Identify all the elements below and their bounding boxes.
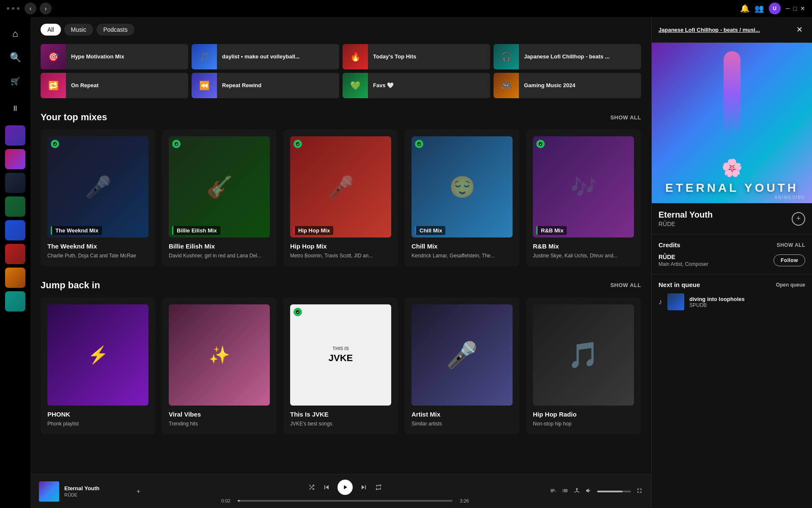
jump-back-show-all[interactable]: Show all <box>610 282 641 288</box>
card-viral-image: ✨ <box>169 304 270 406</box>
sidebar-item-search[interactable]: 🔍 <box>5 47 25 68</box>
filter-tab-podcasts[interactable]: Podcasts <box>96 24 134 36</box>
sidebar-item-library[interactable]: 🛒 <box>5 71 25 91</box>
card-jvke[interactable]: THIS IS JVKE This Is JVKE JVKE's best so… <box>283 298 398 434</box>
add-to-library-button[interactable]: + <box>792 212 805 226</box>
play-button[interactable] <box>337 480 353 495</box>
shuffle-button[interactable] <box>308 483 315 491</box>
quick-item-4[interactable]: 🔁 On Repeat <box>41 73 188 98</box>
card-jvke-title: This Is JVKE <box>290 411 391 418</box>
sidebar-item-home[interactable]: ⌂ <box>5 24 25 44</box>
card-weeknd-title: The Weeknd Mix <box>47 243 148 250</box>
filter-tab-all[interactable]: All <box>41 24 61 36</box>
card-chill-image-wrap: 😌 Chill Mix <box>411 136 513 237</box>
album-art: 🌸 ETERNAL YOUTH ANIMEVIBE <box>652 43 812 203</box>
card-hiphop-label: Hip Hop Mix <box>294 226 333 235</box>
next-button[interactable] <box>359 483 368 491</box>
quick-item-7[interactable]: 🎮 Gaming Music 2024 <box>494 73 641 98</box>
quick-item-3[interactable]: 🎧 Japanese Lofi Chillhop - beats ... <box>494 44 641 69</box>
sidebar-playlist-6[interactable] <box>5 244 25 264</box>
card-weeknd-label: The Weeknd Mix <box>51 226 102 235</box>
card-phonk-title: PHONK <box>47 411 148 418</box>
credits-show-all-button[interactable]: Show all <box>776 242 805 248</box>
quick-item-0[interactable]: 🎯 Hype Motivation Mix <box>41 44 188 69</box>
filter-tabs: All Music Podcasts <box>41 24 641 36</box>
quick-item-thumb-0: 🎯 <box>41 44 66 69</box>
card-viral-desc: Trending hits <box>169 420 270 428</box>
card-jvke-inner: THIS IS JVKE <box>290 304 391 406</box>
app-body: ⌂ 🔍 🛒 ⏸ All Music Podcasts <box>0 17 812 508</box>
sidebar-playlist-3[interactable] <box>5 173 25 193</box>
card-billie[interactable]: 🎸 Billie Eilish Mix Billie Eilish Mix Da… <box>162 130 277 266</box>
queue-thumb-bg <box>667 293 684 310</box>
card-chill[interactable]: 😌 Chill Mix Chill Mix Kendrick Lamar, Ge… <box>405 130 519 266</box>
nav-forward-button[interactable]: › <box>40 3 52 14</box>
quick-item-label-5: Repeat Rewind <box>222 82 261 89</box>
repeat-button[interactable] <box>375 483 382 491</box>
card-rnb-desc: Justine Skye, Kali Uchis, Dhruv and... <box>533 252 634 260</box>
quick-item-5[interactable]: ⏪ Repeat Rewind <box>192 73 339 98</box>
close-button[interactable]: ✕ <box>800 5 805 12</box>
card-rnb-title: R&B Mix <box>533 243 634 250</box>
users-icon[interactable]: 👥 <box>754 4 764 13</box>
filter-tab-music[interactable]: Music <box>64 24 93 36</box>
card-rnb-label: R&B Mix <box>536 226 567 235</box>
svg-point-4 <box>539 142 542 146</box>
right-panel-track-detail: Eternal Youth RÛDE <box>658 210 713 227</box>
nav-back-button[interactable]: ‹ <box>25 3 36 14</box>
card-hiphop[interactable]: 🎤 Hip Hop Mix Hip Hop Mix Metro Boomin, … <box>283 130 398 266</box>
credits-header: Credits Show all <box>658 241 805 248</box>
card-chill-image: 😌 Chill Mix <box>411 136 513 237</box>
card-rnb-label-wrap: R&B Mix <box>536 226 567 234</box>
follow-button[interactable]: Follow <box>774 254 805 266</box>
card-phonk[interactable]: ⚡ PHONK Phonk playlist <box>41 298 155 434</box>
right-panel: Japanese Lofi Chillhop - beats / musi...… <box>651 17 812 508</box>
prev-button[interactable] <box>322 483 331 491</box>
quick-item-thumb-6: 💚 <box>343 73 368 98</box>
card-viral[interactable]: ✨ Viral Vibes Trending hits <box>162 298 277 434</box>
right-panel-title[interactable]: Japanese Lofi Chillhop - beats / musi... <box>658 27 760 33</box>
card-artist1[interactable]: 🎤 Artist Mix Similar artists <box>405 298 519 434</box>
dot-2 <box>12 7 14 10</box>
card-rnb[interactable]: 🎶 R&B Mix R&B Mix Justine Skye, Kali Uch… <box>526 130 641 266</box>
quick-item-1[interactable]: 🎵 daylist • make out volleyball... <box>192 44 339 69</box>
quick-item-2[interactable]: 🔥 Today's Top Hits <box>343 44 490 69</box>
sidebar-playlist-8[interactable] <box>5 291 25 312</box>
sidebar-playlist-2[interactable] <box>5 149 25 169</box>
queue-item[interactable]: ♪ diving into loopholes SPUDB <box>658 293 805 310</box>
sidebar-playlist-5[interactable] <box>5 220 25 240</box>
album-art-inner: 🌸 ETERNAL YOUTH ANIMEVIBE <box>652 43 812 203</box>
queue-button[interactable] <box>562 487 568 496</box>
devices-button[interactable] <box>573 487 580 496</box>
maximize-button[interactable]: □ <box>793 5 797 12</box>
volume-bar[interactable] <box>597 491 631 492</box>
quick-item-thumb-1: 🎵 <box>192 44 217 69</box>
fullscreen-button[interactable] <box>636 487 643 496</box>
now-playing-button[interactable] <box>550 487 557 496</box>
card-weeknd[interactable]: 🎤 The Weeknd Mix The Weeknd Mix Charlie … <box>41 130 155 266</box>
player-track-artist: RÛDE <box>64 492 132 497</box>
player-add-button[interactable]: + <box>137 488 140 495</box>
card-weeknd-image: 🎤 The Weeknd Mix <box>47 136 148 237</box>
sidebar-playlist-7[interactable] <box>5 268 25 288</box>
open-queue-button[interactable]: Open queue <box>776 282 805 288</box>
card-chill-badge <box>415 140 423 148</box>
sidebar-item-equalizer[interactable]: ⏸ <box>5 98 25 119</box>
album-art-beam <box>724 51 741 136</box>
right-panel-header: Japanese Lofi Chillhop - beats / musi...… <box>652 17 812 43</box>
titlebar-nav: ‹ › <box>25 3 52 14</box>
bell-icon[interactable]: 🔔 <box>740 4 749 13</box>
avatar[interactable]: U <box>769 3 781 14</box>
sidebar-playlist-1[interactable] <box>5 125 25 146</box>
player-progress: 0:02 3:26 <box>218 498 472 503</box>
right-panel-close-button[interactable]: ✕ <box>793 24 805 36</box>
card-rapper[interactable]: 🎵 Hip Hop Radio Non-stop hip hop <box>526 298 641 434</box>
quick-item-6[interactable]: 💚 Favs 🤍 <box>343 73 490 98</box>
card-hiphop-badge <box>294 140 302 148</box>
volume-button[interactable] <box>585 487 592 496</box>
sidebar-playlist-4[interactable] <box>5 196 25 217</box>
top-mixes-show-all[interactable]: Show all <box>610 114 641 121</box>
card-rnb-inner: 🎶 <box>533 136 634 237</box>
minimize-button[interactable]: ─ <box>786 5 790 12</box>
progress-bar[interactable] <box>238 500 453 502</box>
